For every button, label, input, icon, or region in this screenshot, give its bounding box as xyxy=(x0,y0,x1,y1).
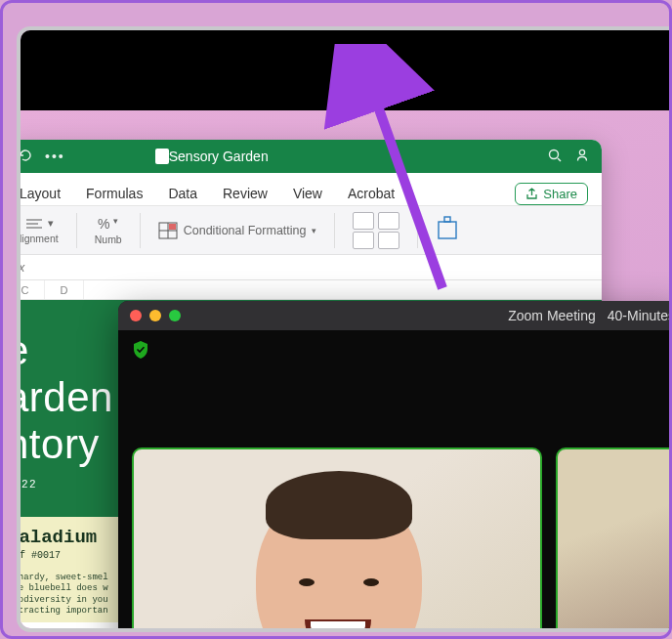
col-header[interactable]: D xyxy=(45,280,84,299)
tab-view[interactable]: View xyxy=(293,186,322,201)
alignment-group[interactable]: ▾ lignment xyxy=(20,217,59,244)
fx-icon: fx xyxy=(17,261,24,275)
zoom-duration: 40-Minutes xyxy=(608,308,672,323)
camera-led-indicator xyxy=(380,67,390,77)
zoom-body xyxy=(118,330,672,632)
share-button[interactable]: Share xyxy=(515,183,588,205)
svg-point-0 xyxy=(550,149,559,158)
refresh-icon[interactable] xyxy=(18,148,33,166)
zoom-window: Zoom Meeting 40-Minutes xyxy=(118,301,672,632)
video-grid xyxy=(132,447,672,632)
account-icon[interactable] xyxy=(574,148,590,166)
desktop-wallpaper: ••• Sensory Garden Layout Formulas Data … xyxy=(21,110,672,628)
video-tile-side[interactable] xyxy=(556,447,672,632)
tab-formulas[interactable]: Formulas xyxy=(86,186,143,201)
search-icon[interactable] xyxy=(547,148,563,166)
zoom-titlebar: Zoom Meeting 40-Minutes xyxy=(118,301,672,330)
svg-rect-9 xyxy=(169,224,176,230)
excel-ribbon-tabs: Layout Formulas Data Review View Acrobat… xyxy=(17,173,602,206)
excel-ribbon-controls: ▾ lignment % ▾ Numb Conditional Formatti… xyxy=(17,206,602,255)
excel-titlebar: ••• Sensory Garden xyxy=(17,140,602,173)
svg-rect-11 xyxy=(444,217,450,222)
screen-bezel xyxy=(21,30,672,110)
participant-face xyxy=(231,489,446,632)
video-tile-main[interactable] xyxy=(132,447,542,632)
close-icon[interactable] xyxy=(130,310,142,321)
camera-lens xyxy=(353,65,366,79)
svg-point-2 xyxy=(579,149,584,154)
svg-line-1 xyxy=(558,158,561,161)
svg-rect-10 xyxy=(439,222,456,238)
monitor-frame: ••• Sensory Garden Layout Formulas Data … xyxy=(17,26,672,632)
styles-icons[interactable] xyxy=(353,212,399,249)
share-icon xyxy=(525,188,538,200)
formula-bar[interactable]: fx xyxy=(17,255,602,280)
zoom-title-text: Zoom Meeting xyxy=(508,308,595,323)
conditional-formatting-button[interactable]: Conditional Formatting ▾ xyxy=(158,222,317,239)
column-headers: C D xyxy=(17,280,602,300)
tab-review[interactable]: Review xyxy=(223,186,268,201)
tab-acrobat[interactable]: Acrobat xyxy=(348,186,395,201)
tab-data[interactable]: Data xyxy=(168,186,197,201)
shield-icon[interactable] xyxy=(132,340,149,363)
more-icon[interactable]: ••• xyxy=(45,149,65,164)
document-icon xyxy=(155,149,169,164)
add-ins-icon[interactable] xyxy=(436,216,459,244)
col-header[interactable]: C xyxy=(17,280,45,299)
tab-layout[interactable]: Layout xyxy=(20,186,61,201)
grid-icon xyxy=(158,222,178,239)
minimize-icon[interactable] xyxy=(149,310,161,321)
document-title: Sensory Garden xyxy=(169,149,269,164)
maximize-icon[interactable] xyxy=(169,310,181,321)
number-group[interactable]: % ▾ Numb xyxy=(95,216,122,245)
